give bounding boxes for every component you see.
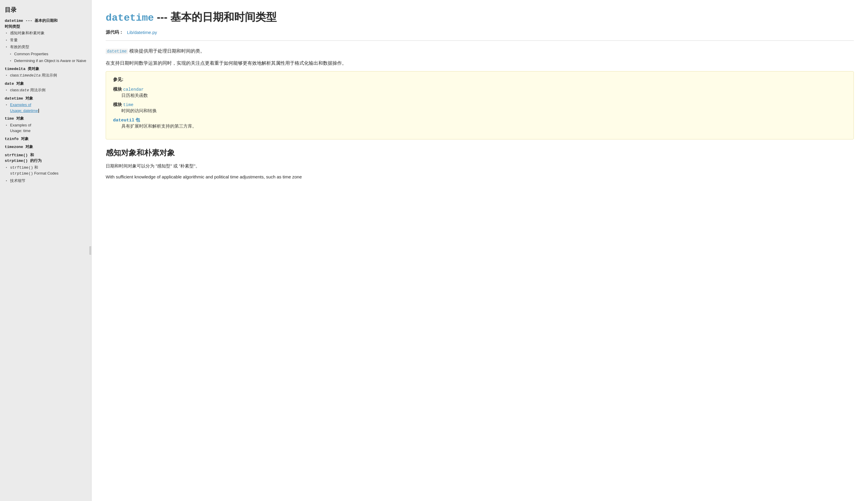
page-title-mono: datetime [106,12,154,24]
section1-para1: 日期和时间对象可以分为 "感知型" 或 "朴素型"。 [106,162,854,170]
intro-paragraph-2: 在支持日期时间数学运算的同时，实现的关注点更着重于如何能够更有效地解析其属性用于… [106,60,854,67]
source-link-row: 源代码： Lib/datetime.py [106,30,854,35]
toc-valid-types[interactable]: 有效的类型 [5,44,87,50]
sidebar-title: 目录 [5,6,87,14]
toc-aware-naive[interactable]: 感知对象和朴素对象 [5,30,87,36]
toc-timedelta[interactable]: timedelta 类对象 [5,66,87,72]
intro-rest: 模块提供用于处理日期和时间的类。 [128,49,205,53]
toc-datetime-obj[interactable]: datetime 对象 [5,96,87,102]
toc-timezone[interactable]: timezone 对象 [5,144,87,150]
toc-date-example[interactable]: class:date 用法示例 [5,87,87,93]
see-also-calendar: 模块 calendar 日历相关函数 [113,87,846,98]
page-title: datetime --- 基本的日期和时间类型 [106,11,854,24]
intro-paragraph-1: datetime 模块提供用于处理日期和时间的类。 [106,47,854,55]
see-also-dateutil: dateutil 包 具有扩展时区和解析支持的第三方库。 [113,117,846,129]
see-also-title: 参见: [113,77,846,83]
toc-datetime-main[interactable]: datetime --- 基本的日期和时间类型 [5,18,87,30]
see-also-time: 模块 time 时间的访问和转换 [113,102,846,114]
toc-format-codes[interactable]: strftime() 和strptime() Format Codes [5,164,87,177]
toc-determining-aware[interactable]: Determining if an Object is Aware or Nai… [5,58,87,64]
see-also-box: 参见: 模块 calendar 日历相关函数 模块 time 时间的访问和转换 … [106,71,854,139]
toc-strftime[interactable]: strftime() 和strptime() 的行为 [5,152,87,164]
toc-common-properties[interactable]: Common Properties [5,51,87,57]
toc-timedelta-example[interactable]: class:timedelta 用法示例 [5,72,87,78]
source-label: 源代码： [106,30,123,35]
main-content: datetime --- 基本的日期和时间类型 源代码： Lib/datetim… [91,0,868,501]
toc-date[interactable]: date 对象 [5,81,87,87]
intro-mono: datetime [106,49,128,54]
section1-para2: With sufficient knowledge of applicable … [106,173,854,181]
sidebar: 目录 datetime --- 基本的日期和时间类型 感知对象和朴素对象 常量 … [0,0,91,501]
page-title-rest: --- 基本的日期和时间类型 [154,11,276,23]
toc-tzinfo[interactable]: tzinfo 对象 [5,136,87,142]
toc-technical-details[interactable]: 技术细节 [5,178,87,184]
section1-title: 感知对象和朴素对象 [106,148,854,158]
toc-time-obj[interactable]: time 对象 [5,116,87,122]
sidebar-toggle-button[interactable]: « [89,246,91,255]
source-link[interactable]: Lib/datetime.py [127,30,157,35]
toc-constants[interactable]: 常量 [5,37,87,43]
toc-datetime-usage-link[interactable]: Examples ofUsage: datetime [5,102,87,114]
toc-time-usage[interactable]: Examples ofUsage: time [5,122,87,134]
